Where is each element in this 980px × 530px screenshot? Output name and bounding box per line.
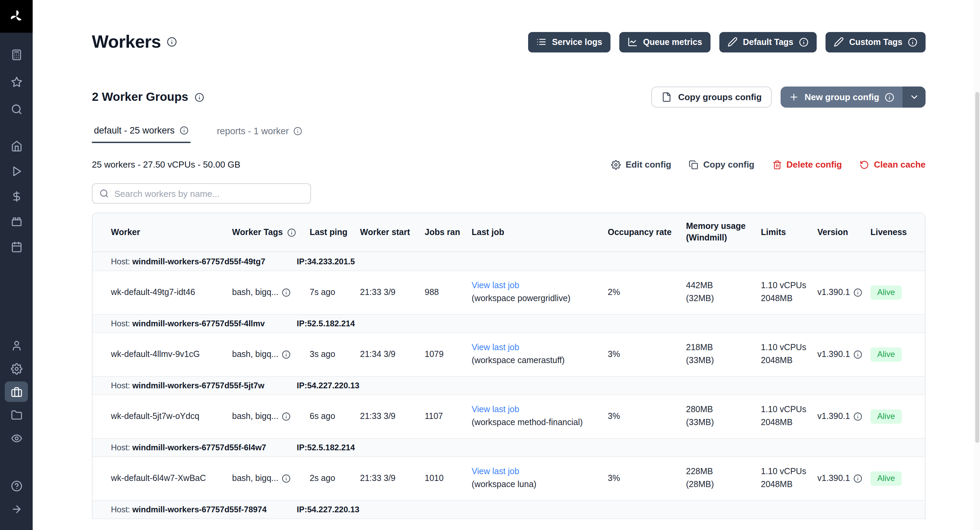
sidebar-item-eye[interactable] [5,426,28,450]
tab-reports[interactable]: reports - 1 worker [215,125,305,143]
windmill-logo[interactable] [0,0,33,33]
info-icon [294,127,302,136]
tab-label: reports - 1 worker [217,126,289,136]
ip-value: IP:54.227.220.13 [297,505,360,514]
page-header: Workers Service logsQueue metricsDefault… [92,0,926,53]
liveness: Alive [870,409,920,424]
sidebar-item-dollar[interactable] [5,184,28,209]
memory-total: 442MB [686,281,754,292]
sidebar-item-calendar[interactable] [5,234,28,260]
sidebar-item-play[interactable] [5,159,28,184]
view-last-job-link[interactable]: View last job [472,405,601,415]
host-ip: IP:54.227.220.13 [297,381,360,390]
liveness: Alive [870,286,920,300]
sidebar-item-home[interactable] [5,134,28,159]
new-group-config-dropdown[interactable] [902,86,926,108]
copy-groups-config-button[interactable]: Copy groups config [652,86,772,108]
host-label: Host: [111,381,132,390]
calendar-icon [11,241,22,253]
sidebar-item-help[interactable] [5,474,28,497]
sidebar-item-arrow-right[interactable] [5,497,28,520]
scrollbar[interactable] [974,0,980,530]
last-job-workspace: (workspace powergridlive) [472,294,601,304]
calculator-icon [11,49,22,60]
last-job-workspace: (workspace method-financial) [472,418,601,428]
queue-metrics-button[interactable]: Queue metrics [619,32,711,52]
host-name: Host: windmill-workers-67757d55f-5jt7w [111,381,297,390]
column-header-label: Occupancy rate [608,227,672,238]
button-label: Custom Tags [850,37,903,47]
memory-windmill: (33MB) [686,356,754,366]
new-group-config-button[interactable]: New group config [781,86,926,108]
help-icon [11,480,22,492]
memory-total: 218MB [686,343,754,354]
last-ping: 7s ago [310,287,360,298]
last-job-workspace: (workspace luna) [472,480,601,490]
scrollbar-thumb[interactable] [975,92,979,443]
sidebar-bottom-group [5,474,28,520]
sidebar-item-gear[interactable] [5,357,28,380]
alive-badge: Alive [870,286,902,300]
sidebar-item-briefcase[interactable] [5,382,28,402]
custom-tags-button[interactable]: Custom Tags [826,32,926,52]
last-ping: 6s ago [310,411,360,422]
view-last-job-link[interactable]: View last job [472,281,601,292]
version: v1.390.1 [817,287,870,298]
sidebar-item-search[interactable] [5,95,28,123]
copy-icon [689,160,698,169]
header-actions: Service logsQueue metricsDefault TagsCus… [528,32,926,52]
info-icon [853,474,862,483]
host-ip: IP:52.5.182.214 [297,443,355,452]
edit-config-button[interactable]: Edit config [611,160,671,170]
delete-config-button[interactable]: Delete config [772,160,842,170]
worker-tags-value: bash, bigq... [232,287,278,298]
tab-default[interactable]: default - 25 workers [92,125,190,143]
column-header: Worker [111,227,232,238]
occupancy-rate: 3% [608,411,686,422]
sidebar-item-blocks[interactable] [5,209,28,234]
gear-icon [11,363,22,374]
host-label: Host: [111,319,132,328]
default-tags-button[interactable]: Default Tags [719,32,816,52]
worker-name: wk-default-49tg7-idt46 [111,287,232,298]
host-label: Host: [111,443,132,452]
sidebar-item-user[interactable] [5,334,28,357]
limit-cpu: 1.10 vCPUs [761,281,811,292]
dollar-icon [11,191,22,202]
worker-row: wk-default-5jt7w-oYdcqbash, bigq...6s ag… [92,395,925,438]
list-icon [536,37,546,47]
clean-cache-button[interactable]: Clean cache [859,160,926,170]
view-last-job-link[interactable]: View last job [472,467,601,477]
trash-icon [772,160,782,169]
new-group-config-main[interactable]: New group config [781,86,902,108]
copy-config-button[interactable]: Copy config [689,160,754,170]
info-icon [282,474,291,483]
version: v1.390.1 [817,411,870,422]
last-job-workspace: (workspace camerastuff) [472,356,601,366]
info-icon [287,228,296,237]
service-logs-button[interactable]: Service logs [528,32,610,52]
info-icon[interactable] [167,37,177,47]
worker-groups-title: 2 Worker Groups [92,90,188,104]
sidebar-item-folder[interactable] [5,403,28,426]
ip-value: IP:52.5.182.214 [297,443,355,452]
column-header: Worker start [360,227,425,238]
chevron-down-icon [909,92,919,102]
worker-tags-value: bash, bigq... [232,411,278,422]
memory-windmill: (33MB) [686,418,754,428]
memory-usage: 442MB(32MB) [686,281,761,305]
search-icon [11,103,22,115]
host-row: Host: windmill-workers-67757d55f-4llmvIP… [92,314,925,333]
column-header: Worker Tags [232,227,310,238]
worker-tags-value: bash, bigq... [232,473,278,484]
info-icon[interactable] [194,92,204,102]
view-last-job-link[interactable]: View last job [472,343,601,354]
info-icon [853,350,862,359]
worker-row: wk-default-49tg7-idt46bash, bigq...7s ag… [92,271,925,314]
user-icon [11,340,22,351]
host-name: Host: windmill-workers-67757d55f-4llmv [111,319,297,328]
sidebar-item-calculator[interactable] [5,41,28,68]
sidebar-item-star[interactable] [5,68,28,95]
limits: 1.10 vCPUs2048MB [761,467,817,490]
search-input[interactable] [115,188,304,199]
